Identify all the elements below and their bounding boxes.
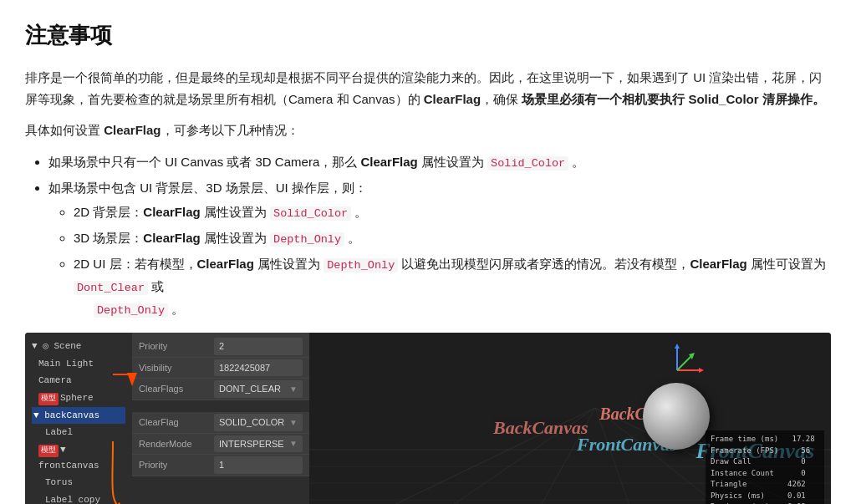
hierarchy-scene: ▼ ◎ Scene	[32, 338, 125, 355]
hierarchy-torus: Torus	[32, 474, 125, 491]
inspector-priority-row: Priority 2	[132, 336, 309, 358]
inspector-priority-label: Priority	[139, 339, 214, 354]
inspector-clearflags-label: ClearFlags	[139, 381, 214, 397]
svg-marker-15	[675, 344, 680, 349]
paragraph-2: 具体如何设置 ClearFlag，可参考以下几种情况：	[25, 120, 831, 141]
inspector-priority-value: 2	[214, 338, 303, 355]
page-title: 注意事项	[25, 17, 831, 53]
svg-marker-17	[699, 368, 704, 373]
screenshot: ▼ ◎ Scene Main Light Camera 模型Sphere ▼ b…	[25, 333, 831, 504]
model-badge-front: 模型	[38, 445, 59, 457]
inspector-clearflag-mid-value: SOLID_COLOR ▼	[214, 414, 303, 431]
hierarchy-frontcanvas: 模型▼ frontCanvas	[32, 441, 125, 474]
model-badge-sphere: 模型	[38, 393, 59, 405]
inspector-priority-mid-value: 1	[214, 456, 303, 474]
inspector-panel: Priority 2 Visibility 1822425087 ClearFl…	[132, 333, 309, 504]
inspector-clearflag-mid-row: ClearFlag SOLID_COLOR ▼	[132, 412, 309, 434]
sub-list-item-3: 2D UI 层：若有模型，ClearFlag 属性设置为 Depth_Only …	[74, 253, 831, 321]
inspector-priority-mid-row: Priority 1	[132, 455, 309, 476]
inspector-clearflags-row: ClearFlags DONT_CLEAR ▼	[132, 379, 309, 400]
back-canvas-label-left: BackCanvas	[493, 412, 588, 443]
hierarchy-label: Label	[32, 424, 125, 441]
hierarchy-backcanvas: ▼ backCanvas	[32, 407, 125, 425]
hierarchy-mainlight: Main Light	[32, 355, 125, 373]
main-list-item-2: 如果场景中包含 UI 背景层、3D 场景层、UI 操作层，则： 2D 背景层：C…	[48, 177, 831, 321]
inspector-rendermode-mid-value: INTERSPERSE ▼	[214, 435, 303, 453]
stats-overlay: Frame time (ms) 17.28 Framerate (FPS) 56…	[706, 430, 824, 504]
sub-list: 2D 背景层：ClearFlag 属性设置为 Solid_Color 。 3D …	[74, 201, 831, 321]
hierarchy-sphere: 模型Sphere	[32, 389, 125, 407]
inspector-rendermode-mid-label: RenderMode	[139, 436, 214, 452]
main-list-item-1: 如果场景中只有一个 UI Canvas 或者 3D Camera，那么 Clea…	[48, 151, 831, 174]
inspector-clearflags-value: DONT_CLEAR ▼	[214, 380, 303, 398]
hierarchy-panel: ▼ ◎ Scene Main Light Camera 模型Sphere ▼ b…	[25, 333, 132, 504]
inspector-clearflag-mid-label: ClearFlag	[139, 415, 214, 430]
hierarchy-labelcopy: Label copy	[32, 491, 125, 504]
main-3d-view: BackCanvas FrontCanvas BackCan FrontCanv…	[309, 333, 831, 504]
inspector-visibility-label: Visibility	[139, 360, 214, 376]
hierarchy-camera: Camera	[32, 372, 125, 389]
inspector-priority-mid-label: Priority	[139, 457, 214, 473]
inspector-rendermode-mid-row: RenderMode INTERSPERSE ▼	[132, 434, 309, 456]
paragraph-1: 排序是一个很简单的功能，但是最终的呈现却是根据不同平台提供的渲染能力来的。因此，…	[25, 67, 831, 109]
sub-list-item-1: 2D 背景层：ClearFlag 属性设置为 Solid_Color 。	[74, 201, 831, 224]
sphere-object	[643, 383, 710, 450]
svg-line-18	[677, 355, 692, 370]
inspector-visibility-value: 1822425087	[214, 359, 303, 377]
sub-list-item-2: 3D 场景层：ClearFlag 属性设置为 Depth_Only 。	[74, 227, 831, 250]
main-list: 如果场景中只有一个 UI Canvas 或者 3D Camera，那么 Clea…	[48, 151, 831, 321]
inspector-visibility-row: Visibility 1822425087	[132, 358, 309, 379]
